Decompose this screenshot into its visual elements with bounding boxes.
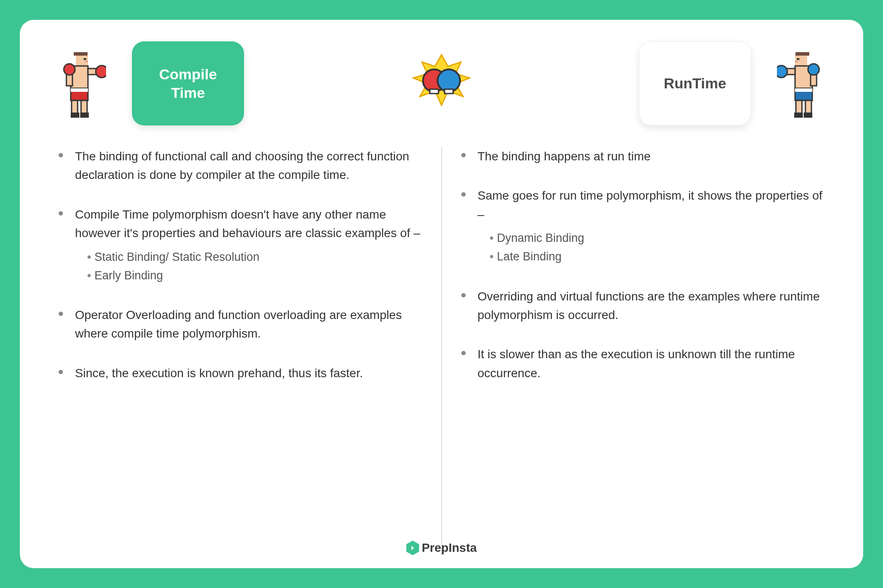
svg-rect-11 xyxy=(72,100,78,113)
header-row: Compile Time xyxy=(50,41,833,125)
boxer-left-icon xyxy=(50,48,106,119)
sub-list: Dynamic BindingLate Binding xyxy=(478,229,825,266)
svg-rect-12 xyxy=(81,100,87,113)
logo-hex-icon xyxy=(406,541,419,555)
list-item: Operator Overloading and function overlo… xyxy=(59,306,422,343)
bullet-text: Since, the execution is known prehand, t… xyxy=(75,364,363,382)
bullet-icon xyxy=(59,153,63,157)
svg-rect-10 xyxy=(71,88,88,92)
bullet-icon xyxy=(59,370,63,374)
left-column: The binding of functional call and choos… xyxy=(50,147,431,555)
svg-rect-30 xyxy=(796,100,802,113)
list-item: It is slower than as the execution is un… xyxy=(461,345,825,382)
svg-rect-14 xyxy=(80,113,89,118)
svg-point-6 xyxy=(96,66,106,78)
svg-rect-16 xyxy=(430,89,438,94)
list-item: Same goes for run time polymorphism, it … xyxy=(461,186,825,266)
brand-logo: PrepInsta xyxy=(406,541,477,555)
bullet-icon xyxy=(59,211,63,216)
svg-rect-2 xyxy=(85,61,88,62)
svg-point-8 xyxy=(64,64,75,75)
svg-rect-1 xyxy=(84,58,86,60)
bullet-icon xyxy=(461,192,466,197)
versus-icon xyxy=(405,51,478,116)
right-header-group: RunTime xyxy=(639,41,833,125)
list-item: Since, the execution is known prehand, t… xyxy=(59,364,422,382)
sub-item: Dynamic Binding xyxy=(490,229,825,247)
list-item: The binding of functional call and choos… xyxy=(59,147,422,185)
svg-rect-31 xyxy=(804,113,812,118)
bullet-text: Same goes for run time polymorphism, it … xyxy=(478,186,825,224)
bullet-icon xyxy=(461,293,466,297)
bullet-text: The binding of functional call and choos… xyxy=(75,147,422,185)
bullet-text: Overriding and virtual functions are the… xyxy=(478,287,825,325)
compile-time-title: Compile Time xyxy=(159,65,217,102)
content-row: The binding of functional call and choos… xyxy=(50,147,833,555)
svg-rect-28 xyxy=(795,88,812,92)
svg-point-24 xyxy=(777,66,787,78)
runtime-title-box: RunTime xyxy=(639,41,751,125)
vertical-divider xyxy=(442,147,442,555)
compile-time-title-box: Compile Time xyxy=(132,41,244,125)
svg-rect-13 xyxy=(71,113,79,118)
svg-rect-32 xyxy=(794,113,803,118)
bullet-text: Operator Overloading and function overlo… xyxy=(75,306,422,343)
bullet-icon xyxy=(59,312,63,316)
svg-rect-20 xyxy=(797,58,799,60)
boxer-right-icon xyxy=(777,48,833,119)
runtime-title: RunTime xyxy=(664,74,726,93)
bullet-text: The binding happens at run time xyxy=(478,147,651,166)
bullet-text: It is slower than as the execution is un… xyxy=(478,345,825,382)
svg-rect-18 xyxy=(445,89,453,94)
list-item: Compile Time polymorphism doesn't have a… xyxy=(59,205,422,285)
list-item: The binding happens at run time xyxy=(461,147,825,166)
list-item: Overriding and virtual functions are the… xyxy=(461,287,825,325)
sub-item: Static Binding/ Static Resolution xyxy=(87,248,422,266)
sub-item: Late Binding xyxy=(490,247,825,266)
svg-rect-21 xyxy=(795,61,798,62)
left-header-group: Compile Time xyxy=(50,41,244,125)
bullet-text: Compile Time polymorphism doesn't have a… xyxy=(75,205,422,243)
svg-point-26 xyxy=(808,64,819,75)
bullet-icon xyxy=(461,351,466,355)
svg-point-17 xyxy=(438,69,460,92)
comparison-card: Compile Time xyxy=(20,20,863,568)
sub-list: Static Binding/ Static ResolutionEarly B… xyxy=(75,248,422,285)
svg-rect-29 xyxy=(805,100,811,113)
bullet-icon xyxy=(461,153,466,157)
sub-item: Early Binding xyxy=(87,266,422,285)
right-column: The binding happens at run timeSame goes… xyxy=(453,147,833,555)
brand-text: PrepInsta xyxy=(422,541,477,555)
